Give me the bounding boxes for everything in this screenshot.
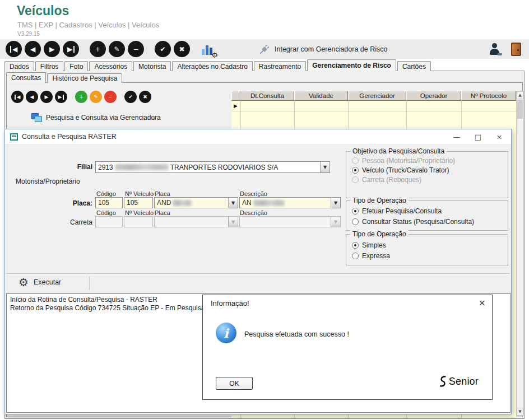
codigo-header: Código bbox=[96, 209, 116, 216]
consulta-last-button[interactable]: ▶ bbox=[55, 91, 67, 103]
descricao-combobox[interactable]: AN ▼ bbox=[239, 197, 341, 208]
add-icon: + bbox=[95, 46, 100, 53]
exit-door-icon[interactable] bbox=[511, 43, 521, 56]
placa-dropdown-button[interactable]: ▼ bbox=[228, 198, 238, 208]
consulta-cancel-button[interactable]: ✖ bbox=[139, 91, 151, 103]
sub-tab-strip: Consultas Histórico de Pesquisa bbox=[6, 72, 123, 83]
executar-button[interactable]: ⚙ Executar bbox=[18, 277, 61, 288]
scroll-down-button[interactable]: ▼ bbox=[517, 408, 523, 416]
consulta-first-button[interactable]: ◀ bbox=[11, 91, 24, 103]
current-row-marker-icon: ▶ bbox=[234, 103, 238, 109]
senior-s-icon bbox=[438, 375, 447, 388]
next-record-button[interactable]: ▶ bbox=[44, 41, 60, 57]
column-header-validade[interactable]: Validade bbox=[294, 91, 348, 101]
radio-simples[interactable]: Simples bbox=[352, 241, 386, 249]
scrollbar-thumb[interactable] bbox=[517, 100, 523, 119]
tab-alteracoes-cadastro[interactable]: Alterações no Cadastro bbox=[172, 61, 252, 71]
radio-efetuar-pesquisa[interactable]: Efetuar Pesquisa/Consulta bbox=[352, 207, 442, 215]
codigo-header: Código bbox=[96, 190, 116, 197]
tab-filtros[interactable]: Filtros bbox=[35, 61, 64, 71]
dialog-close-button[interactable]: × bbox=[489, 130, 510, 143]
placa-nveiculo-field[interactable]: 105 bbox=[124, 197, 153, 208]
column-header-dt-consulta[interactable]: Dt.Consulta bbox=[240, 91, 294, 101]
column-header-protocolo[interactable]: Nº Protocolo bbox=[461, 91, 516, 101]
consulta-previous-button[interactable]: ◀ bbox=[26, 91, 38, 103]
delete-minus-icon: − bbox=[133, 46, 138, 53]
confirm-button[interactable]: ✔ bbox=[155, 41, 171, 57]
subtab-consultas[interactable]: Consultas bbox=[6, 72, 46, 83]
messagebox-close-icon[interactable]: × bbox=[479, 297, 486, 308]
gear-icon: ⚙ bbox=[18, 277, 29, 288]
tipo-operacao-groupbox-2: Tipo de Operação Simples Expressa bbox=[346, 234, 508, 265]
radio-icon bbox=[352, 253, 359, 259]
previous-record-button[interactable]: ◀ bbox=[25, 41, 41, 57]
radio-veiculo[interactable]: Veículo (Truck/Cavalo Trator) bbox=[352, 166, 449, 174]
tab-gerenciamento-risco[interactable]: Gerenciamento de Risco bbox=[307, 59, 396, 71]
tab-rastreamento[interactable]: Rastreamento bbox=[254, 61, 306, 71]
integrate-label: Integrar com Gerenciadora de Risco bbox=[275, 45, 387, 53]
consulta-confirm-button[interactable]: ✔ bbox=[124, 91, 137, 103]
toolbar-right-group bbox=[489, 43, 521, 56]
descricao-value: AN bbox=[242, 199, 252, 207]
filial-label: Filial bbox=[33, 163, 92, 171]
radio-expressa[interactable]: Expressa bbox=[352, 252, 390, 260]
tab-foto[interactable]: Foto bbox=[64, 61, 88, 71]
ok-button[interactable]: OK bbox=[216, 377, 253, 390]
radio-icon bbox=[352, 218, 359, 225]
senior-logo: Senior bbox=[438, 375, 479, 388]
redacted-text bbox=[253, 200, 285, 206]
dialog-minimize-button[interactable]: — bbox=[446, 130, 467, 143]
user-access-icon[interactable] bbox=[489, 43, 501, 55]
radio-pessoa-label: Pessoa (Motorista/Proprietário) bbox=[362, 157, 455, 165]
last-record-button[interactable]: ▶ bbox=[63, 41, 79, 57]
column-header-gerenciador[interactable]: Gerenciador bbox=[348, 91, 406, 101]
tab-motorista[interactable]: Motorista bbox=[133, 61, 171, 71]
cancel-button[interactable]: ✖ bbox=[174, 41, 190, 57]
descricao-dropdown-button[interactable]: ▼ bbox=[331, 198, 340, 208]
integrate-gerenciadora-button[interactable]: Integrar com Gerenciadora de Risco bbox=[259, 44, 387, 55]
version-label: V3.29.15 bbox=[17, 31, 40, 37]
main-toolbar: ◀ ◀ ▶ ▶ + ✎ − ✔ ✖ ⚙ Integrar com Gerenci… bbox=[0, 39, 529, 59]
tab-dados[interactable]: Dados bbox=[4, 61, 34, 71]
delete-record-button[interactable]: − bbox=[128, 41, 144, 57]
grid-row-line bbox=[231, 111, 516, 111]
dialog-titlebar[interactable]: Consulta e Pesquisa RASTER — □ × bbox=[5, 129, 511, 144]
column-header-operador[interactable]: Operador bbox=[406, 91, 461, 101]
filial-dropdown-button[interactable]: ▼ bbox=[320, 162, 330, 172]
tab-acessorios[interactable]: Acessórios bbox=[89, 61, 132, 71]
radio-consultar-status[interactable]: Consultar Status (Pesquisa/Consulta) bbox=[352, 218, 474, 226]
consulta-edit-button[interactable]: ✎ bbox=[90, 91, 102, 103]
tab-cartoes[interactable]: Cartões bbox=[397, 61, 431, 71]
executar-divider bbox=[89, 277, 90, 290]
subtab-historico-pesquisa[interactable]: Histórico de Pesquisa bbox=[47, 73, 122, 83]
scroll-up-button[interactable]: ▲ bbox=[517, 91, 523, 99]
chart-settings-button[interactable]: ⚙ bbox=[201, 42, 215, 57]
executar-separator bbox=[6, 273, 510, 274]
gerenciadora-link-label: Pesquisa e Consulta via Gerenciadora bbox=[46, 114, 161, 122]
filial-name: TRANPORTES RODOVIARIOS S/A bbox=[170, 164, 278, 171]
first-record-button[interactable]: ◀ bbox=[6, 41, 22, 57]
radio-expressa-label: Expressa bbox=[362, 252, 390, 260]
pesquisa-gerenciadora-link[interactable]: Pesquisa e Consulta via Gerenciadora bbox=[31, 113, 161, 122]
app-window: Veículos TMS | EXP | Cadastros | Veículo… bbox=[0, 0, 529, 420]
info-glyph: i bbox=[224, 326, 228, 340]
carreta-nveiculo-field bbox=[124, 216, 153, 227]
objetivo-group-title: Objetivo da Pesquisa/Consulta bbox=[350, 147, 447, 155]
dialog-maximize-button[interactable]: □ bbox=[467, 130, 489, 143]
add-record-button[interactable]: + bbox=[90, 41, 106, 57]
radio-veiculo-label: Veículo (Truck/Cavalo Trator) bbox=[362, 166, 449, 174]
consulta-add-button[interactable]: + bbox=[75, 91, 87, 103]
edit-record-button[interactable]: ✎ bbox=[109, 41, 125, 57]
consulta-next-button[interactable]: ▶ bbox=[40, 91, 53, 103]
filial-combobox[interactable]: 2913 TRANPORTES RODOVIARIOS S/A ▼ bbox=[95, 161, 330, 173]
consulta-delete-button[interactable]: − bbox=[104, 91, 117, 103]
chart-bar-icon bbox=[202, 49, 205, 55]
door-handle bbox=[517, 49, 519, 51]
messagebox-title: Informação! bbox=[211, 299, 249, 307]
placa-combobox[interactable]: AND ▼ bbox=[154, 197, 238, 208]
person-head bbox=[492, 43, 497, 48]
placa-codigo-field[interactable]: 105 bbox=[95, 197, 123, 208]
first-record-icon: ◀ bbox=[15, 95, 21, 100]
grid-scrollbar[interactable]: ▲ ▼ bbox=[516, 91, 524, 416]
messagebox-message: Pesquisa efetuada com sucesso ! bbox=[244, 330, 349, 338]
